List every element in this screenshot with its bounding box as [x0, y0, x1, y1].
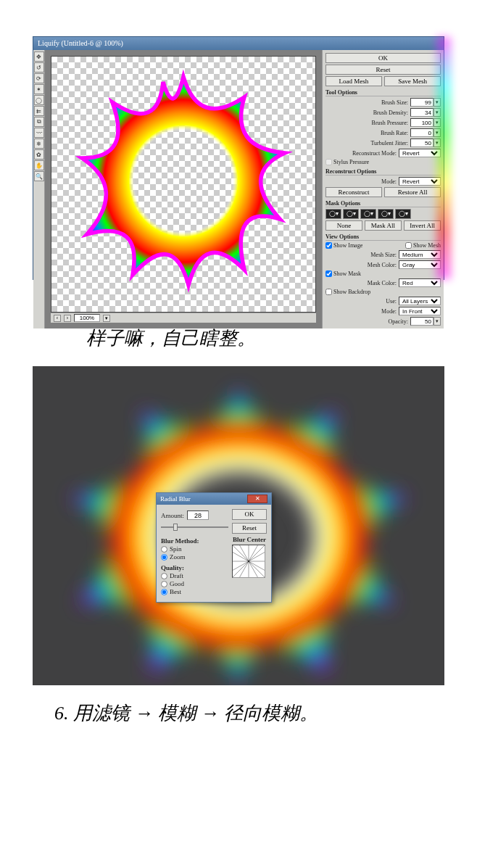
brush-density-label: Brush Density: — [325, 109, 410, 116]
amount-input[interactable] — [187, 511, 209, 520]
mask-intersect-icon[interactable]: ◯▾ — [378, 209, 394, 219]
zoom-label: Zoom — [170, 553, 186, 561]
good-radio[interactable] — [161, 581, 167, 587]
amount-label: Amount: — [161, 512, 184, 519]
mask-add-icon[interactable]: ◯▾ — [343, 209, 359, 219]
reset-button[interactable]: Reset — [325, 65, 441, 75]
invert-all-button[interactable]: Invert All — [404, 220, 441, 231]
turbulent-jitter-input[interactable] — [410, 139, 434, 147]
blur-method-header: Blur Method: — [161, 537, 228, 545]
reconstruct-mode-select[interactable]: Revert — [399, 149, 441, 157]
brush-pressure-input[interactable] — [410, 118, 434, 127]
draft-label: Draft — [170, 572, 183, 579]
reconstruct-tool[interactable]: ↺ — [34, 62, 44, 73]
close-icon[interactable]: ✕ — [247, 495, 267, 503]
blur-center-preview[interactable] — [232, 545, 265, 578]
mesh-size-label: Mesh Size: — [325, 252, 399, 258]
forward-warp-tool[interactable]: ✥ — [34, 51, 44, 62]
stylus-pressure-checkbox — [325, 159, 332, 165]
stylus-pressure-label: Stylus Pressure — [333, 159, 369, 165]
mask-invert-icon[interactable]: ◯▾ — [395, 209, 411, 219]
backdrop-opacity-input[interactable] — [410, 317, 434, 326]
pucker-tool[interactable]: ✶ — [34, 84, 44, 94]
backdrop-opacity-dd[interactable]: ▾ — [434, 317, 441, 326]
quality-header: Quality: — [161, 564, 228, 571]
spin-radio[interactable] — [161, 546, 167, 553]
mesh-color-label: Mesh Color: — [325, 262, 399, 268]
show-mesh-checkbox[interactable] — [405, 242, 412, 249]
hand-tool[interactable]: ✋ — [34, 160, 44, 170]
zoom-in-icon[interactable]: › — [64, 315, 71, 322]
brush-rate-dd[interactable]: ▾ — [434, 128, 441, 137]
reconstruct-mode2-select[interactable]: Revert — [399, 177, 441, 186]
mask-replace-icon[interactable]: ◯▾ — [325, 209, 341, 219]
show-backdrop-label: Show Backdrop — [333, 289, 370, 295]
push-left-tool[interactable]: ⇇ — [34, 106, 44, 116]
brush-pressure-dd[interactable]: ▾ — [434, 118, 441, 127]
ok-button[interactable]: OK — [325, 53, 441, 63]
bloat-tool[interactable]: ◯ — [34, 95, 44, 105]
liquify-canvas[interactable] — [51, 56, 316, 313]
best-label: Best — [170, 588, 181, 595]
zoom-radio[interactable] — [161, 554, 167, 561]
mask-none-button[interactable]: None — [325, 220, 362, 231]
reconstruct-button[interactable]: Reconstruct — [325, 187, 382, 197]
slider-thumb[interactable] — [173, 524, 178, 531]
view-options-header: View Options — [325, 233, 441, 241]
thaw-mask-tool[interactable]: ✿ — [34, 149, 44, 160]
brush-density-dd[interactable]: ▾ — [434, 108, 441, 117]
backdrop-use-select[interactable]: All Layers — [399, 297, 441, 305]
svg-line-4 — [249, 545, 265, 561]
amount-slider[interactable] — [161, 524, 228, 531]
svg-line-8 — [249, 561, 265, 577]
mesh-size-select[interactable]: Medium — [399, 250, 441, 259]
liquify-toolbar: ✥ ↺ ⟳ ✶ ◯ ⇇ ⧉ 〰 ❄ ✿ ✋ 🔍 — [33, 50, 45, 328]
mask-all-button[interactable]: Mask All — [365, 220, 402, 231]
brush-size-label: Brush Size: — [325, 99, 410, 106]
zoom-out-icon[interactable]: ‹ — [54, 315, 61, 322]
show-backdrop-checkbox[interactable] — [325, 289, 332, 295]
turbulence-tool[interactable]: 〰 — [34, 128, 44, 138]
turbulent-jitter-label: Turbulent Jitter: — [325, 140, 410, 146]
backdrop-mode-select[interactable]: In Front — [399, 307, 441, 315]
brush-pressure-label: Brush Pressure: — [325, 120, 410, 126]
liquify-canvas-area: ‹ › ▾ — [45, 50, 322, 328]
brush-size-dd[interactable]: ▾ — [434, 98, 441, 107]
twirl-tool[interactable]: ⟳ — [34, 73, 44, 83]
mask-color-select[interactable]: Red — [399, 278, 441, 287]
zoom-dropdown-icon[interactable]: ▾ — [103, 315, 110, 322]
reconstruct-mode2-label: Mode: — [325, 178, 399, 185]
show-image-checkbox[interactable] — [325, 242, 332, 249]
mask-options-header: Mask Options — [325, 200, 441, 207]
svg-line-0 — [233, 545, 249, 561]
quality-group: Quality: Draft Good Best — [161, 564, 228, 595]
mask-color-label: Mask Color: — [325, 280, 399, 286]
draft-radio[interactable] — [161, 573, 167, 579]
show-image-label: Show Image — [333, 242, 362, 249]
backdrop-opacity-label: Opacity: — [325, 318, 410, 325]
best-radio[interactable] — [161, 589, 167, 595]
radial-blur-title-text: Radial Blur — [160, 493, 191, 505]
spin-label: Spin — [170, 545, 182, 553]
tool-options-header: Tool Options — [325, 89, 441, 96]
zoom-field[interactable] — [74, 314, 100, 322]
reconstruct-mode-label: Reconstruct Mode: — [325, 150, 399, 157]
brush-density-input[interactable] — [410, 108, 434, 117]
backdrop-use-label: Use: — [325, 298, 399, 305]
load-mesh-button[interactable]: Load Mesh — [325, 76, 382, 86]
brush-rate-input[interactable] — [410, 128, 434, 137]
restore-all-button[interactable]: Restore All — [384, 187, 441, 197]
show-mask-checkbox[interactable] — [325, 270, 332, 277]
freeze-mask-tool[interactable]: ❄ — [34, 139, 44, 149]
mesh-color-select[interactable]: Gray — [399, 260, 441, 269]
mirror-tool[interactable]: ⧉ — [34, 117, 44, 127]
rb-reset-button[interactable]: Reset — [232, 523, 267, 534]
rb-ok-button[interactable]: OK — [232, 509, 267, 520]
save-mesh-button[interactable]: Save Mesh — [384, 76, 441, 86]
mask-subtract-icon[interactable]: ◯▾ — [360, 209, 376, 219]
turbulent-jitter-dd[interactable]: ▾ — [434, 139, 441, 147]
brush-size-input[interactable] — [410, 98, 434, 107]
zoom-tool[interactable]: 🔍 — [34, 171, 44, 181]
annotation-step6: 6. 用滤镜 → 模糊 → 径向模糊。 — [54, 698, 444, 729]
radial-blur-titlebar: Radial Blur ✕ — [157, 493, 271, 505]
